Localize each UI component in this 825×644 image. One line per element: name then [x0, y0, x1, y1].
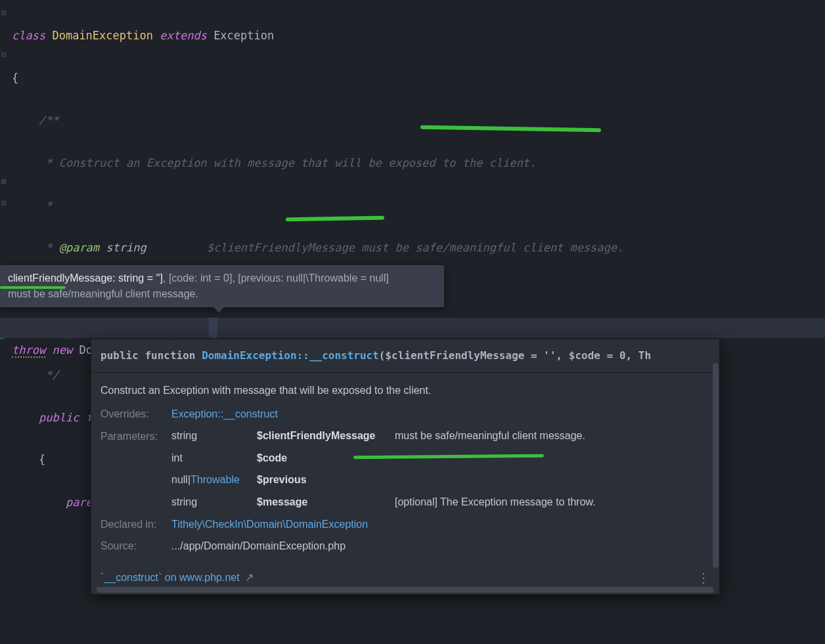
doc-overrides-row: Overrides: Exception::__construct [100, 403, 710, 425]
code-line: { [12, 68, 825, 89]
doc-param-row: string$clientFriendlyMessagemust be safe… [171, 425, 609, 447]
parameter-hint-desc: must be safe/meaningful client message. [8, 286, 436, 302]
documentation-popup: public function DomainException::__const… [91, 339, 720, 595]
code-line[interactable]: class DomainException extends Exception [12, 25, 825, 46]
tooltip-arrow-icon [213, 307, 224, 312]
doc-more-menu-button[interactable]: ⋮ [697, 571, 710, 584]
external-link-icon: ↗ [245, 572, 254, 583]
doc-param-row: string$message[optional] The Exception m… [171, 491, 609, 513]
fold-icon[interactable]: ⊟ [1, 5, 7, 22]
doc-description: Construct an Exception with message that… [100, 379, 710, 402]
doc-declared-row: Declared in: Tithely\CheckIn\Domain\Doma… [100, 513, 710, 536]
doc-param-type-link[interactable]: Throwable [190, 474, 240, 485]
code-line: /** [12, 110, 825, 131]
doc-scrollbar-vertical[interactable] [713, 363, 719, 568]
doc-params-table: string$clientFriendlyMessagemust be safe… [171, 425, 609, 513]
doc-scrollbar-horizontal[interactable] [97, 587, 714, 593]
annotation-marker [0, 286, 66, 289]
code-line: * [12, 195, 825, 216]
fold-icon[interactable]: ⊞ [1, 174, 7, 190]
doc-external-link[interactable]: `__construct` on www.php.net ↗ [100, 572, 254, 583]
fold-icon[interactable]: ⊟ [1, 47, 7, 64]
fold-icon[interactable]: ⊟ [1, 196, 7, 212]
code-line: * Construct an Exception with message th… [12, 152, 825, 173]
parameter-hint-popup: clientFriendlyMessage: string = ''], [co… [0, 265, 444, 307]
doc-param-row: null|Throwable$previous [171, 469, 609, 491]
code-line: * @param string $clientFriendlyMessage m… [12, 237, 825, 258]
doc-popup-signature: public function DomainException::__const… [91, 339, 719, 373]
doc-overrides-link[interactable]: Exception::__construct [171, 408, 278, 419]
doc-source-row: Source: .../app/Domain/DomainException.p… [100, 535, 710, 557]
doc-declared-link[interactable]: Tithely\CheckIn\Domain\DomainException [171, 519, 368, 530]
doc-popup-body: Construct an Exception with message that… [91, 373, 719, 565]
caret-shade [209, 318, 217, 338]
doc-params-label: Parameters: [100, 425, 171, 448]
parameter-hint-line1: clientFriendlyMessage: string = ''], [co… [8, 270, 436, 286]
